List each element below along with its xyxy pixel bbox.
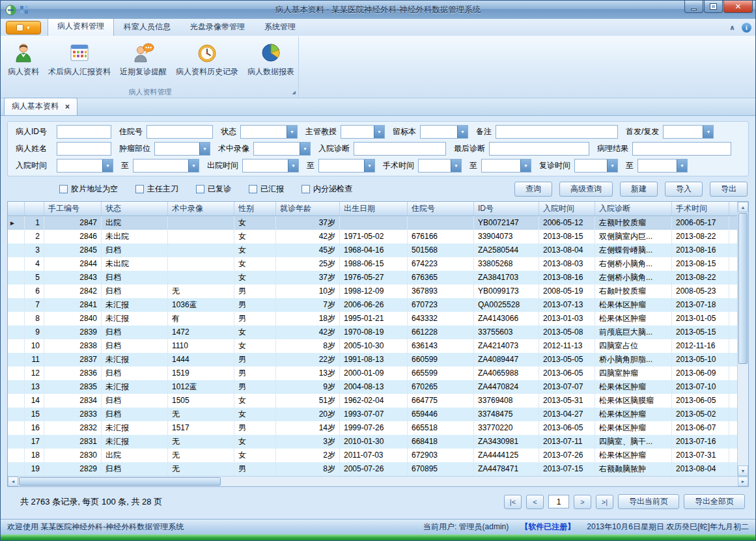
dialog-launcher-icon[interactable]: ◢ <box>292 90 296 95</box>
filter-input-surgery-date-to[interactable] <box>482 160 520 172</box>
grid-row-9[interactable]: 92839归档1472女42岁1970-08-19661228337556032… <box>8 326 737 339</box>
ribbon-tab-disc-video-management[interactable]: 光盘录像带管理 <box>180 18 255 36</box>
filter-input-discharge-date-to[interactable] <box>319 160 364 172</box>
grid-row-16[interactable]: 162832未汇报1517男14岁1999-07-266655183377022… <box>8 421 737 435</box>
grid-row-8[interactable]: 82840未汇报有男18岁1995-01-21643332ZA414306620… <box>8 312 737 326</box>
grid-row-17[interactable]: 172831未汇报无女3岁2010-01-30668418ZA343098120… <box>8 435 737 449</box>
vertical-scrollbar[interactable]: ▲ ▼ <box>737 202 748 476</box>
filter-input-first-or-recurrence[interactable] <box>664 126 703 138</box>
ribbon-collapse-icon[interactable]: ∧ <box>729 23 735 32</box>
combo-dropdown-icon[interactable]: ▼ <box>188 160 199 172</box>
hscroll-thumb[interactable] <box>19 477 221 486</box>
scroll-left-icon[interactable]: ◄ <box>8 477 18 486</box>
filter-input-discharge-date-from[interactable] <box>243 160 288 172</box>
checkbox-followed-up[interactable]: 已复诊 <box>196 184 231 195</box>
ribbon-button-patient-data-history[interactable]: 病人资料历史记录 <box>171 38 243 79</box>
column-header-admission-diagnosis[interactable]: 入院诊断 <box>595 202 672 215</box>
scroll-right-icon[interactable]: ► <box>738 477 748 486</box>
grid-row-10[interactable]: 102838归档1110女8岁2005-10-30636143ZA4214073… <box>8 339 737 353</box>
query-button[interactable]: 查询 <box>514 182 552 197</box>
page-number-input[interactable] <box>548 495 569 508</box>
quick-access-icon[interactable] <box>20 6 29 14</box>
combo-dropdown-icon[interactable]: ▼ <box>520 160 531 172</box>
column-header-status[interactable]: 状态 <box>102 202 168 215</box>
scroll-down-icon[interactable]: ▼ <box>738 465 748 476</box>
filter-input-admission-date-to[interactable] <box>133 160 188 172</box>
ribbon-tab-patient-data-management[interactable]: 病人资料管理 <box>48 18 114 36</box>
app-menu-button[interactable]: ▼ <box>6 21 41 35</box>
export-all-pages-button[interactable]: 导出全部页 <box>684 494 745 509</box>
import-button[interactable]: 导入 <box>665 182 703 197</box>
filter-input-surgery-date-from[interactable] <box>419 160 451 172</box>
close-button[interactable]: ✕ <box>723 1 753 13</box>
combo-dropdown-icon[interactable]: ▼ <box>300 143 310 155</box>
column-header-gender[interactable]: 性别 <box>234 202 276 215</box>
first-page-button[interactable]: |< <box>504 495 522 509</box>
filter-input-final-diagnosis[interactable] <box>490 143 589 155</box>
grid-row-15[interactable]: 152833归档无女20岁1993-07-0765944633748475201… <box>8 408 737 421</box>
filter-input-status[interactable] <box>241 126 287 138</box>
prev-page-button[interactable]: < <box>526 495 544 509</box>
minimize-button[interactable] <box>684 1 703 13</box>
column-header-admission-no[interactable]: 住院号 <box>408 202 474 215</box>
combo-dropdown-icon[interactable]: ▼ <box>457 126 468 138</box>
filter-input-followup-date-to[interactable] <box>638 160 677 172</box>
filter-input-intraop-video[interactable] <box>254 143 300 155</box>
grid-row-14[interactable]: 142834归档1505女51岁1962-02-0466477533769408… <box>8 394 737 408</box>
ribbon-button-patient-data-report[interactable]: 病人数据报表 <box>243 38 299 79</box>
filter-input-remark[interactable] <box>496 126 617 138</box>
ribbon-tab-system-management[interactable]: 系统管理 <box>255 18 305 36</box>
grid-row-6[interactable]: 62842归档无男10岁1998-12-09367893YB0099173200… <box>8 284 737 298</box>
combo-dropdown-icon[interactable]: ▼ <box>102 160 113 172</box>
combo-dropdown-icon[interactable]: ▼ <box>199 143 210 155</box>
combo-dropdown-icon[interactable]: ▼ <box>451 160 461 172</box>
grid-row-4[interactable]: 42844未出院女25岁1988-06-15674223338052682013… <box>8 257 737 271</box>
grid-row-19[interactable]: 192829归档无男8岁2005-07-26670895ZA4478471201… <box>8 462 737 476</box>
combo-dropdown-icon[interactable]: ▼ <box>288 160 298 172</box>
ribbon-tab-department-staff-info[interactable]: 科室人员信息 <box>114 18 180 36</box>
horizontal-scrollbar[interactable]: ◄ ► <box>8 476 748 486</box>
column-header-admission-date[interactable]: 入院时间 <box>539 202 595 215</box>
column-header-row-indicator[interactable] <box>8 202 25 215</box>
checkbox-chief-surgeon[interactable]: 主任主刀 <box>135 184 178 195</box>
column-header-id-no[interactable]: ID号 <box>474 202 539 215</box>
filter-input-specimen[interactable] <box>421 126 457 138</box>
grid-row-13[interactable]: 132835未汇报1012蓝男9岁2004-08-13670265ZA44708… <box>8 380 737 394</box>
grid-row-12[interactable]: 122836归档1519男13岁2000-01-09665599ZA406598… <box>8 367 737 380</box>
next-page-button[interactable]: > <box>574 495 591 509</box>
checkbox-film-address-empty[interactable]: 胶片地址为空 <box>59 184 118 195</box>
vscroll-track[interactable] <box>738 212 748 465</box>
filter-input-admission-no[interactable] <box>147 126 212 138</box>
tab-patient-basic-data[interactable]: 病人基本资料 × <box>4 98 77 115</box>
combo-dropdown-icon[interactable]: ▼ <box>703 126 713 138</box>
ribbon-button-patient-data[interactable]: 病人资料 <box>3 38 44 79</box>
scroll-up-icon[interactable]: ▲ <box>738 202 748 212</box>
column-header-surgery-date[interactable]: 手术时间 <box>672 202 729 215</box>
combo-dropdown-icon[interactable]: ▼ <box>374 126 384 138</box>
combo-dropdown-icon[interactable]: ▼ <box>364 160 374 172</box>
combo-dropdown-icon[interactable]: ▼ <box>287 126 297 138</box>
column-header-row-number[interactable] <box>25 202 44 215</box>
column-header-age[interactable]: 就诊年龄 <box>276 202 340 215</box>
column-header-manual-no[interactable]: 手工编号 <box>44 202 102 215</box>
filter-input-patient-name[interactable] <box>57 143 111 155</box>
filter-input-admission-diagnosis[interactable] <box>354 143 445 155</box>
checkbox-reported[interactable]: 已汇报 <box>249 184 284 195</box>
filter-input-pathology-result[interactable] <box>633 143 731 155</box>
ribbon-button-postop-report-data[interactable]: 术后病人汇报资料 <box>44 38 115 79</box>
filter-input-tumor-site[interactable] <box>155 143 199 155</box>
grid-row-1[interactable]: ►12847出院女37岁YB00721472006-05-12左额叶胶质瘤200… <box>8 216 737 230</box>
grid-row-7[interactable]: 72841未汇报1036蓝男7岁2006-06-26670723QA002552… <box>8 298 737 312</box>
advanced-query-button[interactable]: 高级查询 <box>559 182 613 197</box>
last-page-button[interactable]: >| <box>596 495 613 509</box>
export-button[interactable]: 导出 <box>710 182 748 197</box>
tab-close-icon[interactable]: × <box>65 102 70 111</box>
app-logo-icon[interactable] <box>5 5 16 16</box>
grid-row-3[interactable]: 32845归档女45岁1968-04-16501568ZA25805442013… <box>8 243 737 257</box>
grid-row-2[interactable]: 22846未出院女42岁1971-05-02676166339040732013… <box>8 230 737 243</box>
new-button[interactable]: 新建 <box>620 182 658 197</box>
combo-dropdown-icon[interactable]: ▼ <box>677 160 687 172</box>
grid-row-11[interactable]: 112837未汇报1444男22岁1991-08-13660599ZA40894… <box>8 353 737 367</box>
column-header-intraop-video[interactable]: 术中录像 <box>168 202 234 215</box>
grid-row-18[interactable]: 182830出院无女2岁2011-07-03672903ZA4444125201… <box>8 449 737 462</box>
